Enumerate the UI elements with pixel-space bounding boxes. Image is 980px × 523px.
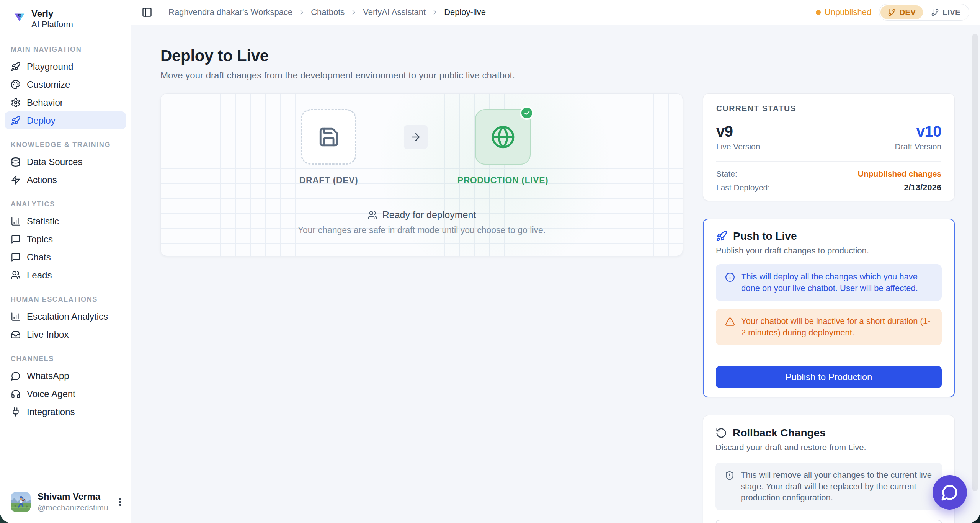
sidebar-item-leads[interactable]: Leads <box>5 266 126 284</box>
current-status-title: CURRENT STATUS <box>716 104 941 113</box>
headphones-icon <box>11 389 21 399</box>
sidebar-item-topics[interactable]: Topics <box>5 230 126 248</box>
scrollbar-thumb[interactable] <box>972 34 978 491</box>
push-card-header: Push to Live <box>716 230 942 242</box>
brand-text: Verly AI Platform <box>31 8 73 29</box>
draft-version-block: v10 Draft Version <box>895 123 941 151</box>
sidebar-toggle-icon[interactable] <box>142 7 152 18</box>
rollback-card: Rollback Changes Discard your draft and … <box>703 415 955 523</box>
brand[interactable]: Verly AI Platform <box>0 7 131 32</box>
warning-triangle-icon <box>725 317 735 327</box>
state-row: State: Unpublished changes <box>716 169 941 178</box>
sidebar-item-playground[interactable]: Playground <box>5 57 126 75</box>
nav-section-title: ANALYTICS <box>11 200 126 208</box>
sidebar: Verly AI Platform MAIN NAVIGATIONPlaygro… <box>0 0 131 523</box>
sidebar-item-escalation-analytics[interactable]: Escalation Analytics <box>5 307 126 325</box>
nav-section: HUMAN ESCALATIONSEscalation AnalyticsLiv… <box>5 296 126 343</box>
sidebar-item-actions[interactable]: Actions <box>5 171 126 189</box>
info-icon <box>725 272 735 282</box>
sidebar-item-integrations[interactable]: Integrations <box>5 403 126 421</box>
inbox-icon <box>11 330 21 340</box>
sidebar-item-label: Playground <box>27 61 73 72</box>
connector <box>356 109 475 165</box>
sidebar-item-customize[interactable]: Customize <box>5 75 126 93</box>
rollback-card-title: Rollback Changes <box>733 427 826 439</box>
production-node-col: PRODUCTION (LIVE) <box>475 109 531 186</box>
sidebar-item-label: Topics <box>27 234 53 245</box>
publish-to-production-button[interactable]: Publish to Production <box>716 366 942 388</box>
rollback-info-text: This will remove all your changes to the… <box>741 469 933 504</box>
app-window: Verly AI Platform MAIN NAVIGATIONPlaygro… <box>0 0 980 523</box>
connector-line <box>432 137 450 137</box>
deployment-diagram: DRAFT (DEV) <box>160 93 683 256</box>
verly-logo-icon <box>13 10 26 23</box>
deploy-warning-note: Your chatbot will be inactive for a shor… <box>716 309 942 345</box>
live-version-label: Live Version <box>716 142 760 151</box>
rollback-button[interactable] <box>715 520 942 523</box>
sidebar-item-label: Integrations <box>27 407 75 417</box>
page-subtitle: Move your draft changes from the develop… <box>160 70 955 81</box>
sidebar-item-label: Live Inbox <box>27 329 69 340</box>
more-vertical-icon[interactable] <box>115 497 125 507</box>
sidebar-item-label: Data Sources <box>27 157 82 167</box>
palette-icon <box>11 80 21 90</box>
sidebar-item-deploy[interactable]: Deploy <box>5 111 126 129</box>
env-chip-dev[interactable]: DEV <box>880 5 923 19</box>
zap-icon <box>11 175 21 185</box>
chevron-right-icon <box>298 8 305 16</box>
arrow-right-icon <box>410 131 421 143</box>
nav-section-title: MAIN NAVIGATION <box>11 46 126 54</box>
save-icon <box>318 126 340 148</box>
sidebar-item-behavior[interactable]: Behavior <box>5 93 126 111</box>
nav-section-title: CHANNELS <box>11 355 126 363</box>
gear-icon <box>11 98 21 108</box>
nav-section: KNOWLEDGE & TRAININGData SourcesActions <box>5 141 126 189</box>
sidebar-item-voice-agent[interactable]: Voice Agent <box>5 385 126 403</box>
right-column: CURRENT STATUS v9 Live Version v10 Draft… <box>703 93 955 523</box>
sidebar-item-label: Chats <box>27 252 51 263</box>
sidebar-item-label: Deploy <box>27 115 56 126</box>
last-deployed-label: Last Deployed: <box>716 183 770 192</box>
git-branch-icon <box>888 8 896 16</box>
sidebar-item-data-sources[interactable]: Data Sources <box>5 153 126 171</box>
sidebar-item-live-inbox[interactable]: Live Inbox <box>5 325 126 343</box>
sidebar-nav: MAIN NAVIGATIONPlaygroundCustomizeBehavi… <box>0 32 131 485</box>
users-icon <box>11 270 21 280</box>
breadcrumb-verlyai-assistant[interactable]: VerlyAI Assistant <box>363 7 426 17</box>
nav-section: ANALYTICSStatisticTopicsChatsLeads <box>5 200 126 284</box>
connector-line <box>382 137 399 137</box>
sidebar-item-label: Behavior <box>27 97 63 108</box>
sidebar-item-chats[interactable]: Chats <box>5 248 126 266</box>
status-dot <box>816 10 821 15</box>
deployment-status-title: Ready for deployment <box>382 209 476 221</box>
chevron-right-icon <box>431 8 439 16</box>
sidebar-item-label: WhatsApp <box>27 371 69 381</box>
sidebar-item-whatsapp[interactable]: WhatsApp <box>5 367 126 385</box>
content: Deploy to Live Move your draft changes f… <box>131 25 980 523</box>
brand-name: Verly <box>31 8 73 19</box>
git-branch-icon <box>931 8 939 16</box>
env-chip-live[interactable]: LIVE <box>924 5 968 19</box>
sidebar-item-statistic[interactable]: Statistic <box>5 212 126 230</box>
user-card[interactable]: Shivam Verma @mechanizedstimu <box>0 485 131 523</box>
sidebar-item-label: Actions <box>27 175 57 185</box>
main-area: Raghvendra dhakar's WorkspaceChatbotsVer… <box>131 0 980 523</box>
chat-fab[interactable] <box>933 475 967 510</box>
check-badge <box>520 106 534 120</box>
arrow-chip <box>404 125 428 149</box>
draft-node-col: DRAFT (DEV) <box>301 109 356 186</box>
plug-icon <box>11 407 21 417</box>
breadcrumb-deploy-live: Deploy-live <box>444 7 486 17</box>
page-title: Deploy to Live <box>160 47 955 65</box>
breadcrumb-raghvendra-dhakar-s-workspace[interactable]: Raghvendra dhakar's Workspace <box>168 7 292 17</box>
message-circle-icon <box>11 371 21 381</box>
user-text: Shivam Verma @mechanizedstimu <box>38 491 108 512</box>
bar-chart-icon <box>11 216 21 226</box>
rollback-card-header: Rollback Changes <box>715 427 942 439</box>
topbar-right: Unpublished DEVLIVE <box>816 4 969 21</box>
brand-subtitle: AI Platform <box>31 19 73 30</box>
breadcrumb-chatbots[interactable]: Chatbots <box>311 7 345 17</box>
last-deployed-row: Last Deployed: 2/13/2026 <box>716 183 941 193</box>
nav-section-title: KNOWLEDGE & TRAINING <box>11 141 126 149</box>
sidebar-item-label: Voice Agent <box>27 389 75 399</box>
